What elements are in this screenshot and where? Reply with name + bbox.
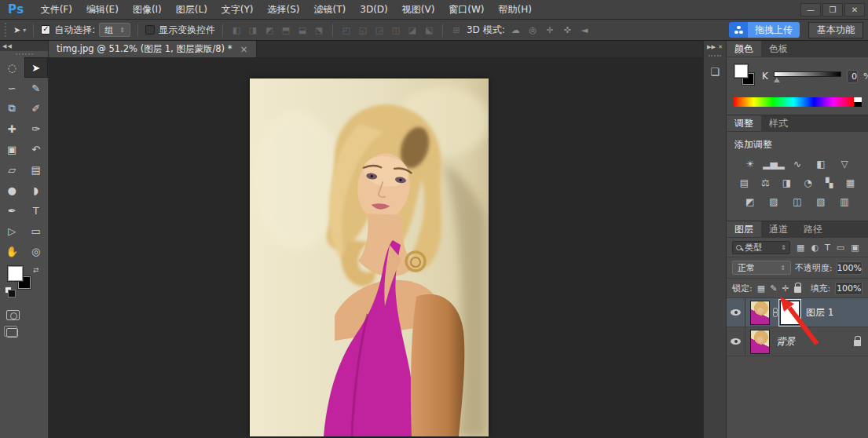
invert-icon[interactable]: ◩: [742, 195, 758, 207]
3d-camera-icon[interactable]: ◄: [578, 25, 591, 35]
dock-close-icon[interactable]: ✕: [718, 44, 723, 50]
gradient-tool[interactable]: ▤: [24, 159, 49, 180]
layers-empty-area[interactable]: [727, 356, 868, 438]
toolbar-grip[interactable]: [0, 51, 48, 57]
color-lookup-icon[interactable]: ▦: [843, 177, 859, 188]
layer-row-layer1[interactable]: 图层 1: [727, 298, 868, 327]
posterize-icon[interactable]: ▨: [766, 195, 782, 207]
k-slider-thumb[interactable]: [774, 78, 780, 82]
spot-healing-brush-tool[interactable]: ✚: [0, 119, 24, 139]
color-ramp[interactable]: [733, 97, 862, 107]
filter-adjustment-layers-icon[interactable]: ◐: [811, 243, 819, 253]
distribute-right-icon[interactable]: ⬕: [423, 25, 435, 35]
menu-file[interactable]: 文件(F): [34, 2, 79, 18]
background-thumbnail[interactable]: [750, 330, 770, 354]
crop-tool[interactable]: ⧉: [0, 98, 24, 119]
close-button[interactable]: ✕: [844, 3, 865, 16]
layer1-thumbnail[interactable]: [750, 301, 770, 325]
tab-close-icon[interactable]: ×: [240, 44, 248, 55]
distribute-top-icon[interactable]: ◰: [340, 25, 353, 35]
spectrum-gradient[interactable]: [733, 97, 854, 107]
canvas-image[interactable]: [250, 78, 489, 436]
3d-pan-icon[interactable]: ✛: [544, 25, 557, 35]
layer1-name[interactable]: 图层 1: [800, 306, 868, 319]
filter-shape-layers-icon[interactable]: ▭: [837, 243, 844, 253]
hand-tool[interactable]: ✋: [0, 241, 24, 261]
fill-input[interactable]: 100%: [835, 282, 863, 295]
align-top-edges-icon[interactable]: ◧: [230, 25, 243, 35]
selective-color-icon[interactable]: ▧: [813, 195, 829, 207]
align-right-edges-icon[interactable]: ⬔: [313, 25, 325, 35]
layer1-mask-thumbnail[interactable]: [780, 301, 800, 325]
tab-styles[interactable]: 样式: [761, 115, 796, 131]
brightness-contrast-icon[interactable]: ☀: [742, 158, 758, 170]
menu-type[interactable]: 文字(Y): [214, 2, 261, 18]
marquee-tool[interactable]: ◌: [0, 57, 24, 78]
levels-icon[interactable]: ▂▅▂: [766, 158, 782, 170]
k-slider[interactable]: [774, 70, 841, 82]
path-selection-tool[interactable]: ▷: [0, 221, 24, 241]
filter-type-layers-icon[interactable]: T: [825, 243, 830, 253]
show-transform-checkbox[interactable]: [145, 25, 155, 35]
curves-icon[interactable]: ∿: [789, 158, 805, 170]
background-visibility-cell[interactable]: [727, 327, 745, 356]
align-left-edges-icon[interactable]: ⬒: [280, 25, 292, 35]
eyedropper-tool[interactable]: ✐: [24, 98, 49, 119]
swap-colors-icon[interactable]: ⇄: [33, 266, 39, 274]
exposure-icon[interactable]: ◧: [813, 158, 829, 170]
distribute-bottom-icon[interactable]: ◲: [373, 25, 386, 35]
gradient-map-icon[interactable]: ▥: [837, 195, 852, 207]
vibrance-icon[interactable]: ▽: [837, 158, 852, 170]
dock-grip[interactable]: [709, 55, 721, 57]
zoom-tool[interactable]: ◎: [24, 241, 49, 261]
blend-mode-dropdown[interactable]: 正常 ⇕: [732, 261, 791, 275]
tab-color[interactable]: 颜色: [727, 41, 761, 57]
align-vcenter-icon[interactable]: ◨: [247, 25, 259, 35]
3d-orbit-icon[interactable]: ☁: [509, 25, 522, 35]
dock-expand-icon[interactable]: ▶▶: [707, 44, 716, 50]
hue-saturation-icon[interactable]: ▤: [737, 177, 753, 188]
background-name[interactable]: 背景: [770, 335, 854, 349]
color-balance-icon[interactable]: ⚖: [758, 177, 774, 188]
mask-link-icon[interactable]: [770, 308, 780, 317]
menu-edit[interactable]: 编辑(E): [79, 2, 126, 18]
auto-select-dropdown[interactable]: 组 ⇕: [99, 23, 130, 37]
menu-layer[interactable]: 图层(L): [169, 2, 214, 18]
ramp-bw-swatches[interactable]: [854, 97, 862, 107]
3d-axis-icon[interactable]: ⊞: [450, 25, 463, 35]
menu-window[interactable]: 窗口(W): [441, 2, 491, 18]
lock-transparent-pixels-icon[interactable]: ▦: [757, 283, 765, 294]
lasso-tool[interactable]: ∽: [0, 78, 24, 98]
black-white-icon[interactable]: ◨: [779, 177, 795, 188]
k-slider-track[interactable]: [774, 71, 841, 77]
pen-tool[interactable]: ✒: [0, 200, 24, 221]
rectangle-tool[interactable]: ▭: [24, 221, 49, 241]
opacity-input[interactable]: 100%: [837, 261, 863, 275]
tab-swatches[interactable]: 色板: [761, 41, 796, 57]
3d-roll-icon[interactable]: ◎: [526, 25, 540, 35]
tab-layers[interactable]: 图层: [727, 221, 761, 237]
menu-image[interactable]: 图像(I): [126, 2, 169, 18]
quick-mask-mode-button[interactable]: [6, 310, 20, 320]
auto-select-checkbox[interactable]: [41, 25, 50, 35]
dodge-tool[interactable]: ◗: [24, 180, 49, 200]
align-hcenter-icon[interactable]: ⬓: [296, 25, 309, 35]
menu-help[interactable]: 帮助(H): [492, 2, 539, 18]
filter-pixel-layers-icon[interactable]: ▦: [797, 243, 804, 253]
default-colors-icon[interactable]: [5, 287, 12, 294]
menu-view[interactable]: 视图(V): [395, 2, 442, 18]
align-bottom-edges-icon[interactable]: ◩: [263, 25, 276, 35]
drag-upload-button[interactable]: 拖拽上传: [729, 22, 800, 38]
clone-stamp-tool[interactable]: ▣: [0, 139, 24, 159]
restore-button[interactable]: ❐: [822, 3, 843, 16]
distribute-hcenter-icon[interactable]: ◪: [406, 25, 419, 35]
tab-adjustments[interactable]: 调整: [727, 115, 761, 131]
menu-select[interactable]: 选择(S): [261, 2, 307, 18]
history-brush-tool[interactable]: ↶: [24, 139, 49, 159]
quick-selection-tool[interactable]: ✎: [24, 78, 49, 98]
toolbar-collapse-icon[interactable]: ◀◀: [0, 41, 48, 51]
3d-slide-icon[interactable]: ✜: [561, 25, 574, 35]
screen-mode-button[interactable]: [6, 328, 18, 338]
current-tool-icon[interactable]: ➤ ▾: [13, 25, 26, 35]
document-tab[interactable]: timg.jpg @ 51.2% (图层 1, 图层蒙版/8) * ×: [49, 41, 257, 57]
